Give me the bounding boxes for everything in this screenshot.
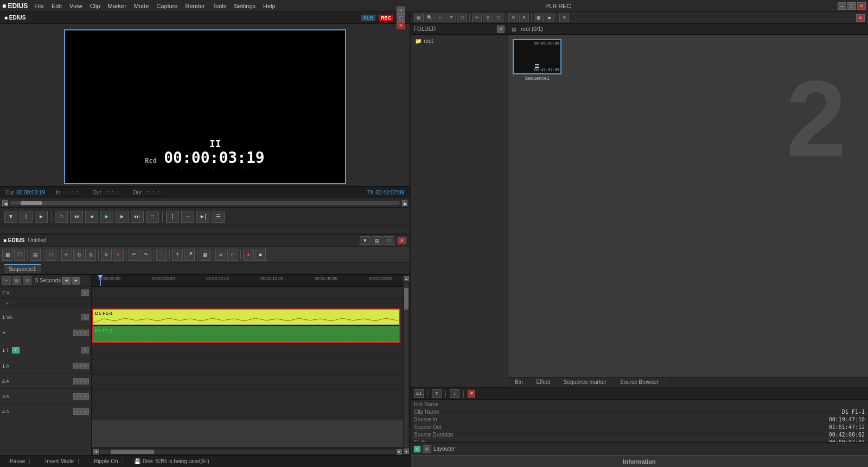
asset-tb-12[interactable]: ■ [545,14,554,22]
asset-tb-13[interactable]: ✕ [559,14,569,22]
folder-root[interactable]: 📁 root [413,37,506,45]
scrollbar-track[interactable] [10,201,400,205]
layouter-icon[interactable]: ▤ [423,445,431,453]
prev-btn[interactable]: ⏮ [70,211,83,223]
track-2a-solo[interactable]: ∿ [81,378,89,384]
track-1va-wave-icon[interactable]: ∿ [81,330,89,336]
zoom-right-btn[interactable]: ► [72,277,80,285]
asset-tb-2[interactable]: 🔍 [425,14,435,22]
tl-mic-btn[interactable]: 🎤 [184,249,195,261]
info-close-btn[interactable]: ✕ [468,390,475,397]
minimize-button[interactable]: – [838,2,846,10]
tl-mixer-btn[interactable]: ≡ [215,249,226,261]
out-btn[interactable]: ↔ [181,211,194,223]
tl-vol-btn[interactable]: □ [227,249,238,261]
track-1t-icon[interactable]: ∿ [81,347,89,354]
menu-clip[interactable]: Clip [87,3,104,9]
tl-scroll-right[interactable]: ► [397,449,402,455]
asset-tb-9[interactable]: ✕ [508,14,518,22]
square-btn[interactable]: □ [55,211,68,223]
menu-settings[interactable]: Settings [231,3,259,9]
tl-view-btn[interactable]: ■ [255,249,266,261]
timeline-close[interactable]: ✕ [398,237,406,244]
asset-tb-1[interactable]: ▤ [414,14,424,22]
preview-minimize[interactable]: – [397,7,405,14]
tl-ripple-btn[interactable]: ⋮ [156,249,167,261]
track-opt-btn[interactable]: ▤ [12,276,21,285]
prev-frame-btn[interactable]: ◄ [85,211,98,223]
audio-clip[interactable]: D1 F1-1 [92,326,400,342]
sequence-tab-label[interactable]: Sequence1 [4,264,41,273]
tl-rec-btn[interactable]: ● [243,249,254,261]
tl-paste2-btn[interactable]: ⎘ [85,249,96,261]
tab-bin[interactable]: Bin [508,377,529,387]
close-button[interactable]: ✕ [857,2,866,10]
video-clip[interactable]: D1 F1-1 [92,309,400,325]
tl-redo-btn[interactable]: ↷ [141,249,151,261]
track-1t-badge[interactable]: T [12,347,20,354]
tl-undo-btn[interactable]: ↶ [129,249,139,261]
tl-scroll-left[interactable]: ◄ [93,449,99,455]
preview-scrollbar[interactable]: ◄ ► [0,198,410,208]
timeline-vscrollbar[interactable]: ▲ ▼ [403,275,410,455]
asset-tb-10[interactable]: ≡ [519,14,529,22]
sequence1-card[interactable]: ≡ 00:00:00:00 00:42:07:09 Sequence1 [513,39,561,81]
preview-close[interactable]: ✕ [397,22,405,29]
tl-vscroll-track[interactable] [404,282,409,447]
timeline-ctrl-1[interactable]: ▼ [360,236,371,245]
track-4a-mute[interactable]: ♪ [73,408,81,415]
tl-x-btn[interactable]: ✕ [101,249,112,261]
tl-new-btn[interactable]: ☐ [14,249,25,261]
maximize-button[interactable]: □ [847,2,856,10]
menu-help[interactable]: Help [260,3,279,9]
track-2v-lock[interactable]: □ [81,289,89,296]
track-3a-mute[interactable]: ♪ [73,393,81,400]
asset-tb-4[interactable]: T [446,14,456,22]
timeline-ctrl-2[interactable]: ▤ [372,236,382,245]
tl-vscroll-down[interactable]: ▼ [404,449,409,454]
tl-vscroll-up[interactable]: ▲ [404,276,409,281]
preview-maximize[interactable]: □ [397,14,405,22]
asset-tb-8[interactable]: □ [494,14,503,22]
info-tb-3[interactable]: ♪ [450,389,459,398]
tl-xred-btn[interactable]: ✕ [113,249,124,261]
tl-capture-btn[interactable]: ▦ [2,249,13,261]
asset-tb-3[interactable]: ← [436,14,445,22]
next-frame-btn[interactable]: ► [116,211,129,223]
menu-edit[interactable]: Edit [48,3,65,9]
scrollbar-thumb[interactable] [21,201,42,205]
play-btn[interactable]: ► [100,211,113,223]
tl-copy-btn[interactable]: ⎗ [73,249,84,261]
toolbar-btn-3[interactable]: ► [35,211,48,223]
track-1va-audio-icon[interactable]: ♪ [73,330,81,336]
mark-btn[interactable]: ►[ [196,211,209,223]
asset-tb-5[interactable]: □ [457,14,467,22]
asset-tb-6[interactable]: ✂ [472,14,482,22]
tab-sequence-marker[interactable]: Sequence marker [557,377,614,387]
asset-tb-11[interactable]: ▦ [534,14,544,22]
scroll-left-btn[interactable]: ◄ [2,200,8,206]
settings-btn[interactable]: ☰ [212,211,225,223]
menu-file[interactable]: File [31,3,47,9]
track-sync-btn[interactable]: ⇄ [23,276,31,285]
tl-lock-btn[interactable]: □ [46,249,56,261]
track-2a-mute[interactable]: ♪ [73,378,81,384]
menu-render[interactable]: Render [182,3,208,9]
track-1a-solo[interactable]: ∿ [81,363,89,369]
tl-cut-btn[interactable]: ✂ [61,249,72,261]
tl-scroll-track[interactable] [100,450,395,454]
timeline-ctrl-3[interactable]: □ [384,236,394,245]
tl-vscroll-thumb[interactable] [404,288,409,310]
menu-view[interactable]: View [66,3,86,9]
track-2v-expand[interactable]: ► [0,299,91,308]
toolbar-btn-1[interactable]: ▼ [4,211,17,223]
info-tb-1[interactable]: 1/1 [414,389,424,398]
asset-browser-close[interactable]: ✕ [856,14,865,22]
menu-mode[interactable]: Mode [131,3,152,9]
next-btn[interactable]: ⏭ [131,211,144,223]
tab-source-browser[interactable]: Source Browser [614,377,666,387]
full-btn[interactable]: □ [146,211,159,223]
in-btn[interactable]: [ [166,211,179,223]
track-1va-lock[interactable]: □ [81,314,89,320]
zoom-left-btn[interactable]: ◄ [62,277,71,285]
